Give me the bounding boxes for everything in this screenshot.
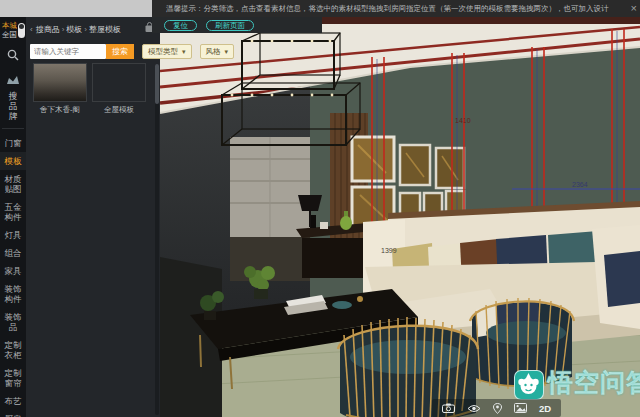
- filter-dropdown[interactable]: 模型类型 ▾: [142, 44, 192, 59]
- caret-down-icon: ▾: [225, 48, 229, 56]
- region-national-label: 全国: [2, 30, 17, 39]
- camera-icon[interactable]: [442, 403, 455, 413]
- pin-icon[interactable]: [493, 403, 502, 414]
- divider: [2, 128, 24, 129]
- interior-design-app: 1410 2364 1399 悟空问答: [0, 0, 640, 417]
- filter-dropdown[interactable]: 风格 ▾: [200, 44, 235, 59]
- sidebar-category[interactable]: 组合: [0, 244, 26, 262]
- sidebar-category[interactable]: 灯具: [0, 226, 26, 244]
- close-icon[interactable]: ×: [631, 1, 637, 15]
- search-button[interactable]: 搜索: [106, 44, 134, 59]
- template-thumbnail[interactable]: 全屋模板: [92, 63, 146, 115]
- eye-icon[interactable]: [467, 404, 481, 413]
- search-icon[interactable]: [0, 42, 26, 67]
- sidebar-category[interactable]: 模板: [0, 152, 26, 170]
- dimension-label: 2364: [572, 181, 588, 189]
- sidebar-category[interactable]: 定制窗帘: [0, 364, 26, 392]
- sidebar-category[interactable]: 装饰构件: [0, 280, 26, 308]
- sidebar-category[interactable]: 门窗: [0, 134, 26, 152]
- reset-button[interactable]: 复位: [164, 20, 197, 31]
- dimension-label: 1399: [381, 247, 397, 255]
- breadcrumb-separator: ›: [62, 25, 65, 34]
- notification-bar: 温馨提示：分类筛选，点击查看素材信息，将选中的素材模型拖拽到房间指定位置（第一次…: [152, 0, 640, 17]
- breadcrumb-item[interactable]: 整屋模板›: [89, 24, 121, 35]
- sidebar-category[interactable]: 厨房: [0, 410, 26, 417]
- template-thumbnail[interactable]: 舍下木香-阁: [33, 63, 87, 115]
- brand-search[interactable]: 搜品牌: [0, 67, 26, 123]
- sidebar-category[interactable]: 布艺: [0, 392, 26, 410]
- refresh-page-button[interactable]: 刷新页面: [206, 20, 254, 31]
- breadcrumb: ‹ 搜商品› 模板› 整屋模板›: [26, 22, 160, 36]
- render-viewport[interactable]: 1410 2364 1399 悟空问答: [160, 17, 640, 417]
- back-chevron-icon[interactable]: ‹: [30, 25, 33, 34]
- region-toggle[interactable]: 本城 全国: [0, 17, 26, 42]
- toggle-switch[interactable]: [18, 23, 25, 38]
- hint-text: 温馨提示：分类筛选，点击查看素材信息，将选中的素材模型拖拽到房间指定位置（第一次…: [152, 4, 609, 14]
- brand-search-label: 搜品牌: [8, 91, 19, 121]
- notification-actions: 复位 刷新页面: [152, 17, 322, 33]
- sidebar-category[interactable]: 材质贴图: [0, 170, 26, 198]
- panel-scrollbar[interactable]: [155, 64, 159, 415]
- filter-bar: 模型类型 ▾ 风格 ▾: [142, 44, 234, 59]
- watermark-logo: [514, 370, 544, 400]
- thumbnail-grid: 舍下木香-阁 全屋模板: [26, 63, 160, 115]
- mode-2d-button[interactable]: 2D: [539, 403, 551, 414]
- thumbnail-label: 舍下木香-阁: [33, 105, 87, 115]
- sidebar-category[interactable]: 定制衣柜: [0, 336, 26, 364]
- breadcrumb-separator: ›: [84, 25, 87, 34]
- viewport-toolbar: 2D: [432, 399, 561, 417]
- sidebar-category[interactable]: 五金构件: [0, 198, 26, 226]
- thumbnail-image: [92, 63, 146, 102]
- category-list: 门窗 模板 材质贴图 五金构件 灯具 组合 家具 装饰构件 装饰品 定制衣柜 定…: [0, 134, 26, 417]
- breadcrumb-item[interactable]: 搜商品›: [36, 24, 67, 35]
- photo-icon[interactable]: [514, 403, 527, 413]
- wall-cabinet: [230, 137, 310, 281]
- breadcrumb-item[interactable]: 模板›: [66, 24, 89, 35]
- caret-down-icon: ▾: [182, 48, 186, 56]
- region-local-label: 本城: [2, 21, 17, 30]
- library-panel: ‹ 搜商品› 模板› 整屋模板› 搜索 舍下木香-阁: [26, 17, 160, 417]
- watermark-text: 悟空问答: [548, 366, 640, 399]
- search-input[interactable]: [30, 44, 106, 59]
- category-sidebar: 本城 全国 搜品牌 门窗 模板 材质贴图 五金构件 灯具: [0, 17, 26, 417]
- dimension-label: 1410: [455, 117, 471, 125]
- top-corner-strip: [0, 0, 152, 17]
- crown-icon: [6, 75, 20, 85]
- thumbnail-label: 全屋模板: [92, 105, 146, 115]
- render-3d-scene: [160, 17, 640, 417]
- thumbnail-image: [33, 63, 87, 102]
- sidebar-category[interactable]: 装饰品: [0, 308, 26, 336]
- sidebar-category[interactable]: 家具: [0, 262, 26, 280]
